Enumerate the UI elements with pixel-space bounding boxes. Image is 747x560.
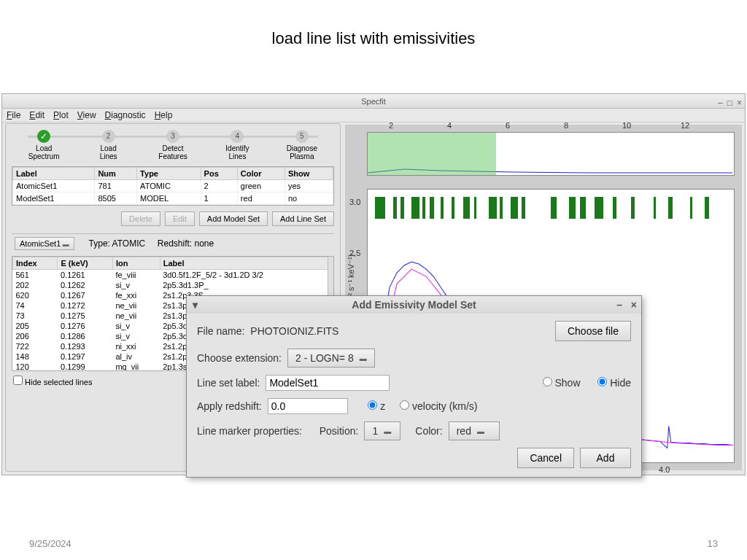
footer-page: 13 — [708, 538, 718, 549]
cancel-button[interactable]: Cancel — [517, 448, 574, 468]
delete-button[interactable]: Delete — [121, 211, 160, 226]
filename-value: PHOTOIONIZ.FITS — [250, 325, 338, 337]
table-row[interactable]: 2020.1262si_v2p5.3d1.3P_ — [13, 280, 333, 290]
hide-selected-checkbox[interactable] — [13, 376, 23, 385]
axis-tick: 6 — [506, 121, 510, 130]
table-row[interactable]: 5610.1261fe_viii3d0.5f1.2F_5/2 - 3d1.2D … — [13, 270, 333, 281]
dialog-titlebar: ▾ Add Emissivity Model Set – × — [187, 296, 641, 314]
dialog-menu-icon[interactable]: ▾ — [193, 299, 198, 311]
maximize-icon[interactable]: □ — [727, 96, 732, 110]
edit-button[interactable]: Edit — [165, 211, 195, 226]
stepper: LoadSpectrum2LoadLines3DetectFeatures4Id… — [6, 124, 340, 160]
hide-label: Hide — [610, 377, 631, 389]
choose-file-button[interactable]: Choose file — [555, 321, 631, 341]
add-button[interactable]: Add — [580, 448, 631, 468]
dialog-minimize-icon[interactable]: – — [616, 299, 622, 311]
velocity-label: velocity (km/s) — [412, 400, 477, 412]
step[interactable]: LoadSpectrum — [12, 130, 76, 160]
menubar: File Edit Plot View Diagnostic Help — [2, 109, 745, 122]
axis-tick: 4 — [447, 121, 452, 130]
color-label: Color: — [415, 425, 442, 437]
add-line-set-button[interactable]: Add Line Set — [272, 211, 334, 226]
selection-region[interactable] — [368, 133, 496, 175]
minimize-icon[interactable]: – — [718, 96, 723, 110]
position-label: Position: — [320, 425, 359, 437]
redshift-input[interactable] — [268, 398, 348, 414]
show-label: Show — [555, 377, 581, 389]
extension-selector[interactable]: 2 - LOGN= 8 — [287, 349, 375, 368]
menu-edit[interactable]: Edit — [29, 110, 44, 120]
extension-label: Choose extension: — [197, 352, 282, 364]
dialog-close-icon[interactable]: × — [631, 299, 637, 311]
close-icon[interactable]: × — [737, 96, 742, 110]
lineset-table[interactable]: LabelNumTypePosColorShowAtomicSet1781ATO… — [12, 166, 334, 206]
hide-selected-label: Hide selected lines — [25, 378, 92, 386]
step[interactable]: 5DiagnosePlasma — [270, 130, 334, 160]
hide-radio[interactable]: Hide — [597, 377, 631, 389]
window-title: Specfit — [361, 97, 386, 106]
overview-plot[interactable] — [367, 132, 735, 176]
position-selector[interactable]: 1 — [364, 421, 400, 440]
table-row[interactable]: AtomicSet1781ATOMIC2greenyes — [13, 180, 333, 192]
step[interactable]: 3DetectFeatures — [141, 130, 205, 160]
color-selector[interactable]: red — [449, 421, 500, 440]
axis-tick: 12 — [681, 121, 689, 130]
menu-plot[interactable]: Plot — [53, 110, 69, 120]
step[interactable]: 4IdentifyLines — [205, 130, 269, 160]
dialog-title: Add Emissivity Model Set — [352, 299, 476, 311]
menu-view[interactable]: View — [77, 110, 96, 120]
z-label: z — [380, 400, 385, 412]
subpanel: AtomicSet1 Type: ATOMIC Redshift: none — [12, 233, 334, 253]
lineset-label-label: Line set label: — [197, 377, 260, 389]
z-radio[interactable]: z — [368, 400, 385, 412]
velocity-radio[interactable]: velocity (km/s) — [400, 400, 477, 412]
titlebar: Specfit – □ × — [2, 94, 745, 109]
footer-date: 9/25/2024 — [29, 538, 71, 549]
step[interactable]: 2LoadLines — [76, 130, 140, 160]
marker-properties-label: Line marker properties: — [197, 425, 302, 437]
lineset-selector[interactable]: AtomicSet1 — [15, 237, 74, 250]
show-radio[interactable]: Show — [543, 377, 581, 389]
menu-help[interactable]: Help — [155, 110, 173, 120]
add-emissivity-dialog: ▾ Add Emissivity Model Set – × File name… — [186, 295, 642, 478]
filename-label: File name: — [197, 325, 244, 337]
type-label: Type: ATOMIC — [89, 238, 146, 249]
axis-tick: 10 — [622, 121, 631, 130]
menu-diagnostic[interactable]: Diagnostic — [105, 110, 146, 120]
lineset-label-input[interactable] — [266, 375, 390, 391]
slide-title: load line list with emissivities — [0, 0, 747, 63]
menu-file[interactable]: File — [7, 110, 20, 120]
redshift-label: Redshift: none — [158, 238, 214, 249]
redshift-label: Apply redshift: — [197, 400, 262, 412]
axis-tick: 2 — [389, 121, 393, 130]
x-tick: 4.0 — [659, 465, 670, 474]
axis-tick: 3.0 — [349, 198, 360, 206]
add-model-set-button[interactable]: Add Model Set — [199, 211, 268, 226]
table-row[interactable]: ModelSet18505MODEL1redno — [13, 192, 333, 205]
axis-tick: 8 — [564, 121, 568, 130]
